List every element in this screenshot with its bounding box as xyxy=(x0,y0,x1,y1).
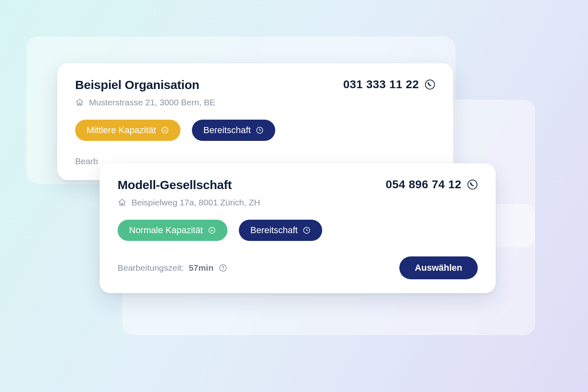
svg-point-4 xyxy=(468,180,477,189)
org-phone: 031 333 11 22 xyxy=(343,78,419,91)
home-icon xyxy=(118,198,127,207)
svg-point-6 xyxy=(212,229,212,229)
home-icon xyxy=(75,98,84,107)
standby-label: Bereitschaft xyxy=(250,225,298,236)
org-address: Musterstrasse 21, 3000 Bern, BE xyxy=(89,98,215,107)
phone-icon[interactable] xyxy=(467,179,478,190)
capacity-pill[interactable]: Normale Kapazität xyxy=(118,220,227,241)
processing-time-label: Bearbeitungszeit: xyxy=(118,263,184,273)
svg-point-2 xyxy=(165,129,165,129)
select-button[interactable]: Auswählen xyxy=(399,256,478,279)
org-name: Beispiel Organisation xyxy=(75,78,199,92)
help-icon[interactable] xyxy=(218,263,227,272)
org-address: Beispielweg 17a, 8001 Zürich, ZH xyxy=(131,198,260,207)
standby-pill[interactable]: Bereitschaft xyxy=(239,220,322,241)
svg-point-1 xyxy=(162,127,168,134)
standby-label: Bereitschaft xyxy=(203,125,251,136)
capacity-label: Mittlere Kapazität xyxy=(87,125,156,136)
gauge-icon xyxy=(208,226,216,234)
svg-point-9 xyxy=(223,269,223,270)
org-card: Modell-Gesellschaft 054 896 74 12 Beispi… xyxy=(100,163,496,293)
gauge-icon xyxy=(161,126,169,134)
phone-icon[interactable] xyxy=(425,79,435,90)
select-button-label: Auswählen xyxy=(415,263,462,273)
svg-point-0 xyxy=(425,80,435,89)
clock-icon xyxy=(303,226,311,234)
clock-icon xyxy=(256,126,264,134)
capacity-label: Normale Kapazität xyxy=(129,225,203,236)
org-card: Beispiel Organisation 031 333 11 22 Must… xyxy=(57,63,453,180)
org-phone: 054 896 74 12 xyxy=(385,178,461,191)
standby-pill[interactable]: Bereitschaft xyxy=(192,120,275,141)
capacity-pill[interactable]: Mittlere Kapazität xyxy=(75,120,180,141)
processing-time-partial: Bearb xyxy=(75,156,98,166)
processing-time-value: 57min xyxy=(189,263,214,273)
org-name: Modell-Gesellschaft xyxy=(118,178,232,192)
svg-point-5 xyxy=(209,227,215,234)
